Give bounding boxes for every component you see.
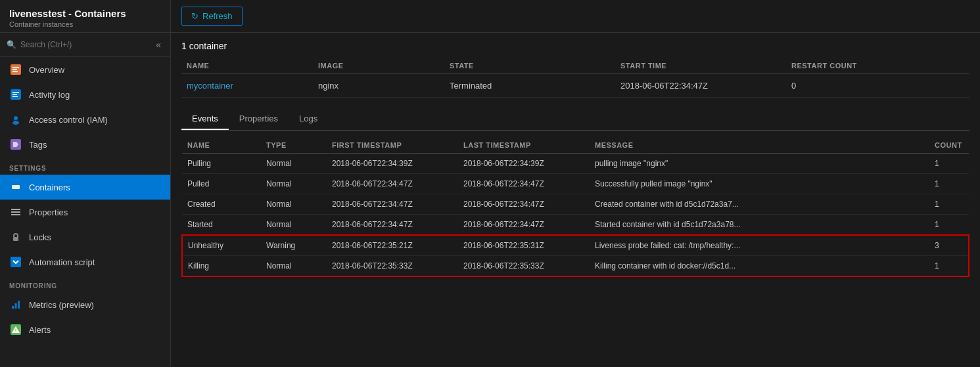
col-header-state: STATE: [444, 58, 615, 74]
events-col-message: MESSAGE: [590, 137, 929, 154]
sidebar-label-activity-log: Activity log: [29, 90, 70, 100]
svg-rect-5: [12, 92, 19, 93]
sidebar-label-properties: Properties: [29, 207, 68, 217]
svg-point-9: [12, 121, 19, 125]
table-row: KillingNormal2018-06-06T22:35:33Z2018-06…: [182, 256, 969, 277]
events-col-last-ts: LAST TIMESTAMP: [458, 137, 590, 154]
svg-rect-12: [12, 185, 20, 189]
sidebar-item-iam[interactable]: Access control (IAM): [0, 107, 170, 132]
sidebar: livenesstest - Containers Container inst…: [0, 0, 171, 367]
events-table: NAME TYPE FIRST TIMESTAMP LAST TIMESTAMP…: [181, 137, 969, 277]
sidebar-item-overview[interactable]: Overview: [0, 57, 170, 82]
tags-icon: [9, 138, 22, 151]
locks-icon: [9, 230, 22, 244]
properties-icon: [9, 205, 22, 219]
table-row: PulledNormal2018-06-06T22:34:47Z2018-06-…: [182, 174, 969, 194]
containers-table-header: NAME IMAGE STATE START TIME RESTART COUN…: [181, 58, 969, 74]
svg-rect-13: [11, 209, 20, 210]
metrics-icon: [9, 298, 22, 311]
sidebar-item-activity-log[interactable]: Activity log: [0, 82, 170, 107]
table-row: StartedNormal2018-06-06T22:34:47Z2018-06…: [182, 215, 969, 236]
table-row: UnhealthyWarning2018-06-06T22:35:21Z2018…: [182, 235, 969, 256]
toolbar: ↻ Refresh: [171, 0, 980, 33]
search-row: 🔍 «: [0, 33, 170, 57]
table-row: PullingNormal2018-06-06T22:34:39Z2018-06…: [182, 154, 969, 174]
table-row: CreatedNormal2018-06-06T22:34:47Z2018-06…: [182, 194, 969, 215]
containers-table: NAME IMAGE STATE START TIME RESTART COUN…: [181, 58, 969, 98]
content-area: 1 container NAME IMAGE STATE START TIME …: [171, 33, 980, 367]
svg-rect-14: [11, 211, 20, 213]
search-icon: 🔍: [7, 40, 16, 49]
events-col-name: NAME: [182, 137, 261, 154]
svg-point-8: [14, 116, 18, 120]
sidebar-item-locks[interactable]: Locks: [0, 225, 170, 249]
events-col-type: TYPE: [261, 137, 327, 154]
col-header-start-time: START TIME: [615, 58, 786, 74]
refresh-icon: ↻: [191, 11, 198, 21]
events-table-header: NAME TYPE FIRST TIMESTAMP LAST TIMESTAMP…: [182, 137, 969, 154]
sidebar-label-locks: Locks: [29, 232, 51, 242]
activity-log-icon: [9, 88, 22, 101]
svg-rect-2: [12, 69, 17, 70]
svg-rect-16: [13, 237, 18, 241]
container-state: Terminated: [444, 74, 615, 98]
sidebar-item-containers[interactable]: Containers: [0, 175, 170, 200]
app-subtitle: Container instances: [9, 20, 161, 28]
sidebar-label-iam: Access control (IAM): [29, 115, 108, 125]
container-count: 1 container: [181, 41, 969, 51]
alerts-icon: [9, 323, 22, 336]
svg-rect-20: [18, 301, 20, 309]
tab-logs[interactable]: Logs: [289, 108, 328, 130]
container-restart-count: 0: [786, 74, 969, 98]
svg-rect-15: [11, 214, 20, 215]
svg-rect-17: [11, 257, 21, 267]
sidebar-label-alerts: Alerts: [29, 325, 51, 335]
svg-rect-19: [15, 303, 17, 309]
sidebar-header: livenesstest - Containers Container inst…: [0, 0, 170, 33]
sidebar-item-automation[interactable]: Automation script: [0, 249, 170, 274]
table-row: mycontainer nginx Terminated 2018-06-06T…: [181, 74, 969, 98]
sidebar-label-automation: Automation script: [29, 257, 95, 267]
collapse-button[interactable]: «: [153, 37, 164, 53]
svg-rect-18: [12, 306, 14, 309]
svg-rect-1: [12, 67, 19, 68]
svg-rect-7: [12, 96, 18, 97]
svg-rect-3: [12, 71, 18, 72]
monitoring-section-label: MONITORING: [0, 274, 170, 292]
col-header-image: IMAGE: [313, 58, 444, 74]
automation-icon: [9, 255, 22, 269]
sidebar-label-overview: Overview: [29, 65, 64, 75]
main-content: ↻ Refresh 1 container NAME IMAGE STATE S…: [171, 0, 980, 367]
refresh-button[interactable]: ↻ Refresh: [181, 7, 243, 26]
settings-section-label: SETTINGS: [0, 157, 170, 175]
sidebar-item-properties[interactable]: Properties: [0, 200, 170, 225]
events-tabs: Events Properties Logs: [181, 108, 969, 131]
events-col-count: COUNT: [929, 137, 969, 154]
containers-icon: [9, 181, 22, 194]
app-title: livenesstest - Containers: [9, 8, 161, 19]
sidebar-item-tags[interactable]: Tags: [0, 132, 170, 157]
col-header-name: NAME: [181, 58, 313, 74]
iam-icon: [9, 113, 22, 126]
col-header-restart-count: RESTART COUNT: [786, 58, 969, 74]
container-name[interactable]: mycontainer: [181, 74, 313, 98]
svg-rect-6: [12, 94, 17, 95]
tab-events[interactable]: Events: [181, 108, 229, 130]
sidebar-item-alerts[interactable]: Alerts: [0, 317, 170, 342]
sidebar-label-tags: Tags: [29, 140, 47, 150]
container-image: nginx: [313, 74, 444, 98]
events-col-first-ts: FIRST TIMESTAMP: [327, 137, 458, 154]
svg-rect-22: [16, 329, 16, 331]
search-input[interactable]: [20, 40, 153, 49]
sidebar-item-metrics[interactable]: Metrics (preview): [0, 292, 170, 317]
overview-icon: [9, 63, 22, 76]
sidebar-label-containers: Containers: [29, 183, 70, 192]
svg-rect-23: [16, 332, 16, 332]
container-start-time: 2018-06-06T22:34:47Z: [615, 74, 786, 98]
sidebar-label-metrics: Metrics (preview): [29, 300, 94, 310]
refresh-label: Refresh: [202, 11, 233, 21]
tab-properties[interactable]: Properties: [229, 108, 289, 130]
